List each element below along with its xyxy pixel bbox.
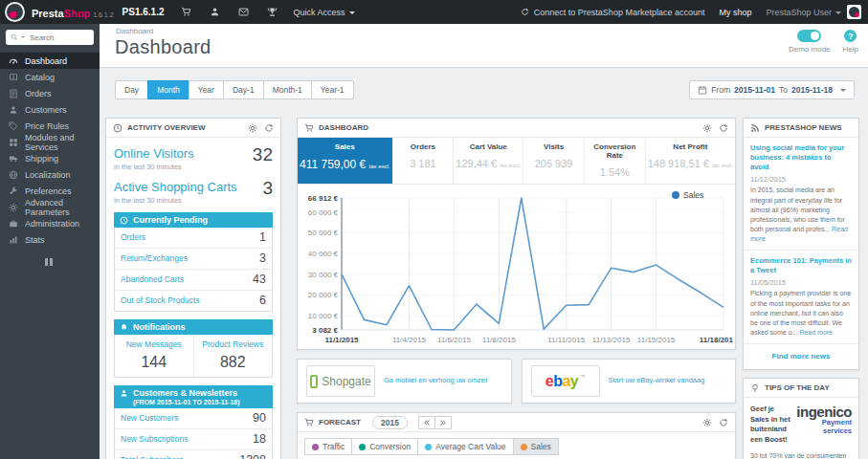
breadcrumb[interactable]: Dashboard <box>116 27 153 35</box>
sidebar-item-label: Shipping <box>25 154 58 164</box>
range-tab-year[interactable]: Year <box>189 80 224 99</box>
news-article-title[interactable]: Ecommerce 101: Payments in a Tweet <box>750 256 852 275</box>
gear-icon[interactable] <box>702 123 712 133</box>
forecast-year[interactable]: 2015 <box>372 416 408 429</box>
activity-stat-link[interactable]: Active Shopping Carts <box>114 180 237 194</box>
tips-body: Geef je Sales in het buitenland een Boos… <box>744 398 858 459</box>
sidebar-item-shipping[interactable]: Shipping <box>0 150 100 166</box>
range-tab-day-1[interactable]: Day-1 <box>223 80 264 99</box>
customers-icon[interactable] <box>210 7 220 17</box>
section-rows-currently-pending: Orders1Return/Exchanges3Abandoned Carts4… <box>114 228 273 312</box>
quick-access-menu[interactable]: Quick Access <box>293 8 354 17</box>
row-link-out-of-stock-products[interactable]: Out of Stock Products <box>121 295 200 305</box>
sidebar-item-dashboard[interactable]: Dashboard <box>0 53 100 69</box>
sidebar-item-catalog[interactable]: Catalog <box>0 69 100 85</box>
date-to-value: 2015-11-18 <box>791 85 833 95</box>
sidebar-item-administration[interactable]: Administration <box>0 215 100 231</box>
news-list: Using social media for your business: 4 … <box>744 138 858 344</box>
shopgate-logo[interactable]: Shopgate <box>306 365 375 397</box>
sidebar-item-stats[interactable]: Stats <box>0 231 100 248</box>
section-title: Currently Pending <box>133 215 208 225</box>
row-value: 1 <box>259 230 266 244</box>
my-shop-link[interactable]: My shop <box>719 8 751 17</box>
news-article-title[interactable]: Using social media for your business: 4 … <box>750 143 852 172</box>
metric-toggle-average-cart-value[interactable]: Average Cart Value <box>417 438 513 455</box>
sidebar-item-modules-and-services[interactable]: Modules and Services <box>0 134 100 150</box>
previous-year-button[interactable] <box>418 416 435 429</box>
sidebar-item-price-rules[interactable]: Price Rules <box>0 118 100 134</box>
activity-overview-header: ACTIVITY OVERVIEW <box>106 119 280 138</box>
user-menu[interactable]: PrestaShop User <box>766 5 861 19</box>
modules-icon <box>9 138 18 147</box>
kpi-visits[interactable]: Visits205 939 <box>523 138 584 184</box>
marketplace-link[interactable]: Connect to PrestaShop Marketplace accoun… <box>521 8 705 17</box>
activity-stat-online-visitors: Online Visitors32in the last 30 minutes <box>114 144 273 171</box>
chart-legend-sales[interactable]: Sales <box>672 190 703 200</box>
row-link-abandoned-carts[interactable]: Abandoned Carts <box>121 274 184 284</box>
date-from-word: From <box>711 85 730 95</box>
refresh-icon[interactable] <box>264 123 274 133</box>
kpi-label: Visits <box>525 142 582 151</box>
activity-stat-link[interactable]: Online Visitors <box>114 146 194 161</box>
shopgate-link[interactable]: Ga mobiel en verhoog uw omzet <box>384 376 487 385</box>
sidebar-nav: DashboardCatalogOrdersCustomersPrice Rul… <box>0 53 100 248</box>
ebay-logo[interactable]: ebay™ <box>531 365 600 397</box>
brand-link[interactable]: PrestaShop1.6.1.2 <box>32 4 114 21</box>
next-year-button[interactable] <box>434 416 452 429</box>
row-link-return-exchanges[interactable]: Return/Exchanges <box>121 253 188 263</box>
range-tab-year-1[interactable]: Year-1 <box>311 80 354 99</box>
range-tab-month-1[interactable]: Month-1 <box>263 80 312 99</box>
notifications-link-new-messages[interactable]: New Messages <box>117 339 191 349</box>
kpi-orders[interactable]: Orders3 181 <box>392 138 454 184</box>
kpi-cart-value[interactable]: Cart Value129,44 € tax excl. <box>453 138 523 184</box>
search-input[interactable] <box>28 33 89 43</box>
sidebar-item-customers[interactable]: Customers <box>0 101 100 118</box>
svg-text:66 912 €: 66 912 € <box>308 194 339 203</box>
notifications-link-product-reviews[interactable]: Product Reviews <box>196 339 271 349</box>
cart-icon[interactable] <box>181 7 191 17</box>
gear-icon[interactable] <box>702 418 712 427</box>
date-toolbar: DayMonthYearDay-1Month-1Year-1 From 2015… <box>115 80 855 99</box>
prestashop-logo[interactable] <box>5 2 25 22</box>
row-value: 6 <box>259 294 266 307</box>
row-link-orders[interactable]: Orders <box>121 232 145 242</box>
sidebar-item-label: Administration <box>25 219 79 229</box>
sidebar-item-localization[interactable]: Localization <box>0 166 100 183</box>
date-range-picker[interactable]: From 2015-11-01 To 2015-11-18 <box>689 80 855 99</box>
sidebar-item-orders[interactable]: Orders <box>0 85 100 101</box>
ebay-link[interactable]: Start uw eBay-winkel vandaag <box>609 376 705 385</box>
demo-mode-toggle[interactable] <box>797 30 821 42</box>
kpi-conversion-rate[interactable]: Conversion Rate1.54% <box>584 138 645 184</box>
kpi-value: 205 939 <box>525 158 582 169</box>
trophy-icon[interactable] <box>267 7 278 17</box>
kpi-sales[interactable]: Sales411 759,00 € tax excl. <box>298 138 392 184</box>
mail-icon[interactable] <box>238 7 249 17</box>
help-icon[interactable]: ? <box>844 30 857 42</box>
help-label: Help <box>843 45 858 54</box>
row-link-total-subscribers[interactable]: Total Subscribers <box>121 455 183 459</box>
activity-stat-value: 32 <box>253 144 273 165</box>
metric-toggle-traffic[interactable]: Traffic <box>304 438 352 455</box>
search-scope-caret-icon[interactable] <box>21 36 25 40</box>
row-link-new-subscriptions[interactable]: New Subscriptions <box>121 434 188 444</box>
row-link-new-customers[interactable]: New Customers <box>121 413 178 423</box>
read-more-link[interactable]: Read more <box>799 329 833 336</box>
kpi-net-profit[interactable]: Net Profit148 918,51 € tax excl. <box>645 138 735 184</box>
find-more-news-link[interactable]: Find more news <box>744 344 858 369</box>
sidebar-item-advanced-parameters[interactable]: Advanced Parameters <box>0 199 100 215</box>
range-tab-month[interactable]: Month <box>147 80 189 99</box>
gear-icon[interactable] <box>248 123 257 133</box>
sidebar-item-preferences[interactable]: Preferences <box>0 183 100 199</box>
refresh-icon[interactable] <box>719 418 728 427</box>
news-panel: PRESTASHOP NEWS Using social media for y… <box>743 118 859 370</box>
range-tab-day[interactable]: Day <box>115 80 148 99</box>
refresh-icon[interactable] <box>719 123 728 133</box>
metric-toggle-conversion[interactable]: Conversion <box>351 438 418 455</box>
sidebar-collapse-button[interactable] <box>45 258 55 266</box>
ingenico-logo: ingenico Payment services <box>796 404 852 445</box>
cart-icon <box>304 123 314 133</box>
search-icon[interactable] <box>11 33 18 41</box>
metric-toggle-sales[interactable]: Sales <box>513 438 559 455</box>
conversion-dot-icon <box>359 444 366 450</box>
marketplace-label: Connect to PrestaShop Marketplace accoun… <box>534 8 705 17</box>
